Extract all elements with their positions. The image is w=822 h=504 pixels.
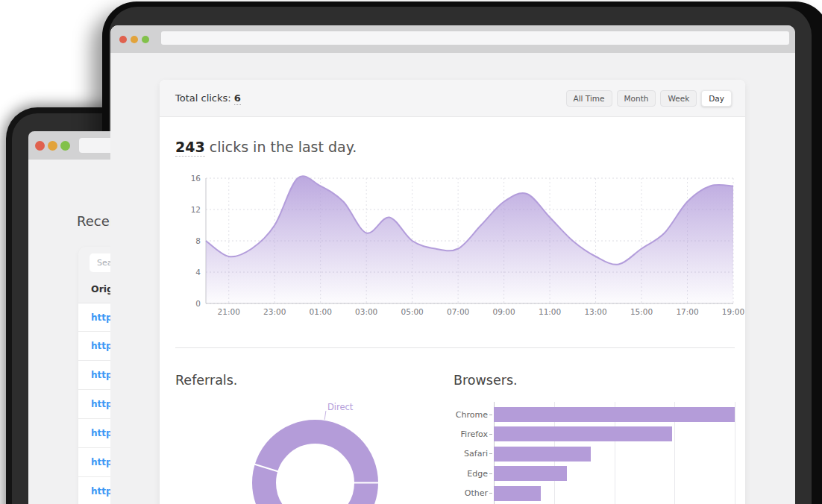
svg-text:09:00: 09:00 xyxy=(492,307,515,316)
axis-tick xyxy=(489,453,492,454)
bar-firefox[interactable] xyxy=(494,426,672,441)
close-window-icon[interactable] xyxy=(35,141,45,151)
svg-text:21:00: 21:00 xyxy=(218,307,240,316)
clicks-headline: 243 clicks in the last day. xyxy=(175,139,357,155)
svg-text:12: 12 xyxy=(191,205,201,214)
svg-text:07:00: 07:00 xyxy=(447,307,469,316)
maximize-window-icon[interactable] xyxy=(142,36,149,43)
svg-text:13:00: 13:00 xyxy=(584,307,606,316)
referrals-title: Referrals. xyxy=(175,373,237,388)
svg-text:19:00: 19:00 xyxy=(722,307,744,316)
analytics-card: Total clicks: 6 All TimeMonthWeekDay 243… xyxy=(160,80,745,504)
minimize-window-icon[interactable] xyxy=(131,36,138,43)
axis-tick xyxy=(489,493,492,494)
clicks-area-chart: 048121621:0023:0001:0003:0005:0007:0009:… xyxy=(175,172,755,321)
total-clicks-label: Total clicks: 6 xyxy=(175,92,241,104)
bar-label: Chrome xyxy=(454,410,488,420)
bar-row-other: Other xyxy=(454,486,541,501)
total-clicks-text: Total clicks: xyxy=(175,92,231,104)
close-window-icon[interactable] xyxy=(119,36,127,43)
clicks-count: 243 xyxy=(175,139,205,157)
axis-tick xyxy=(489,473,492,474)
svg-text:16: 16 xyxy=(191,174,201,183)
browser-toolbar xyxy=(110,25,795,53)
svg-text:05:00: 05:00 xyxy=(401,307,424,316)
browsers-title: Browsers. xyxy=(454,373,518,388)
minimize-window-icon[interactable] xyxy=(48,141,57,151)
svg-text:8: 8 xyxy=(195,236,201,245)
filter-all-time-button[interactable]: All Time xyxy=(566,90,612,107)
browsers-bar-chart: ChromeFirefoxSafariEdgeOther xyxy=(454,399,737,504)
svg-text:0: 0 xyxy=(195,299,201,308)
filter-month-button[interactable]: Month xyxy=(617,90,656,107)
svg-text:15:00: 15:00 xyxy=(630,307,653,316)
bar-chrome[interactable] xyxy=(494,407,735,422)
bar-row-chrome: Chrome xyxy=(454,407,735,422)
window-controls xyxy=(119,36,149,43)
svg-text:4: 4 xyxy=(195,268,201,277)
clicks-headline-text: clicks in the last day. xyxy=(205,139,357,155)
bar-row-safari: Safari xyxy=(454,447,591,462)
axis-tick xyxy=(489,415,492,415)
bar-row-edge: Edge xyxy=(454,466,567,481)
bar-other[interactable] xyxy=(494,486,541,501)
window-controls xyxy=(35,141,70,151)
bar-label: Other xyxy=(454,488,488,498)
bar-safari[interactable] xyxy=(494,447,591,462)
bar-label: Firefox xyxy=(454,429,488,439)
donut-slice-label: Direct xyxy=(327,402,354,412)
svg-text:17:00: 17:00 xyxy=(676,307,698,316)
svg-text:11:00: 11:00 xyxy=(539,307,561,316)
bar-edge[interactable] xyxy=(494,466,567,481)
section-divider xyxy=(175,347,735,348)
axis-tick xyxy=(489,434,492,435)
url-bar[interactable] xyxy=(161,31,789,45)
filter-week-button[interactable]: Week xyxy=(660,90,697,107)
bar-gridline xyxy=(735,402,735,504)
svg-text:03:00: 03:00 xyxy=(355,307,377,316)
desktop: Recen Sear Origi https:https:https:https… xyxy=(0,0,822,504)
analytics-card-header: Total clicks: 6 All TimeMonthWeekDay xyxy=(160,80,745,117)
maximize-window-icon[interactable] xyxy=(60,141,70,151)
filter-day-button[interactable]: Day xyxy=(701,90,732,107)
period-filter-group: All TimeMonthWeekDay xyxy=(566,90,732,107)
bar-label: Safari xyxy=(454,449,488,459)
foreground-browser-window: Total clicks: 6 All TimeMonthWeekDay 243… xyxy=(110,25,795,504)
svg-text:01:00: 01:00 xyxy=(310,307,332,316)
bar-row-firefox: Firefox xyxy=(454,426,672,441)
referrals-donut-chart: Direct xyxy=(188,396,442,504)
total-clicks-value: 6 xyxy=(234,92,241,105)
svg-text:23:00: 23:00 xyxy=(263,307,286,316)
bar-label: Edge xyxy=(454,469,488,479)
